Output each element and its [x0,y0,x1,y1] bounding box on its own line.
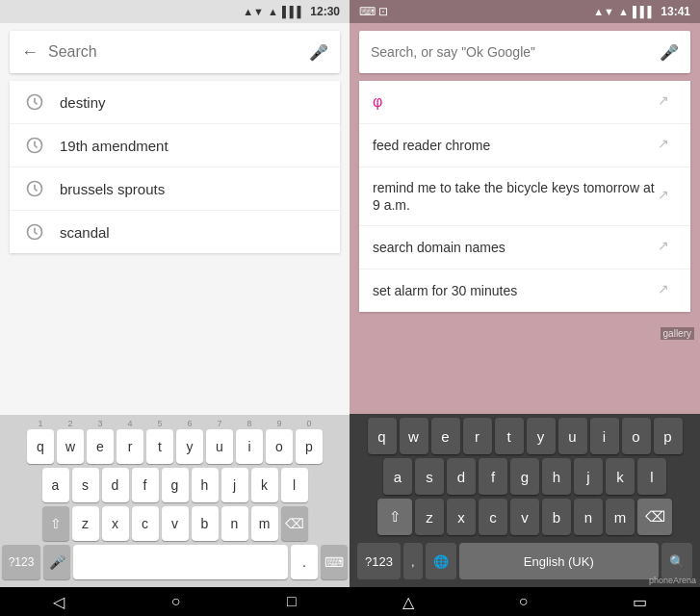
symbols-key-r[interactable]: ?123 [357,543,401,579]
suggestion-item[interactable]: scandal [10,211,340,253]
back-nav-button[interactable]: ◁ [53,593,65,611]
key-q[interactable]: q [27,429,54,464]
key-j[interactable]: j [221,468,248,502]
suggestion-item[interactable]: brussels sprouts [10,167,340,211]
key-r-o[interactable]: o [622,418,651,454]
key-t[interactable]: t [146,429,173,464]
key-o[interactable]: o [266,429,293,464]
google-mic-icon[interactable]: 🎤 [660,43,679,62]
key-r-d[interactable]: d [447,458,476,495]
key-r[interactable]: r [117,429,143,464]
key-c[interactable]: c [132,506,159,541]
space-key-r[interactable]: English (UK) [459,543,659,579]
num-hint: 4 [117,419,143,428]
keyboard-row-2: a s d f g h j k l [2,468,348,502]
key-l[interactable]: l [281,468,308,502]
signal-icon-right: ▲▼ [593,6,614,17]
key-r-a[interactable]: a [383,458,412,495]
comma-key-r[interactable]: , [403,543,423,579]
key-i[interactable]: i [236,429,263,464]
key-z[interactable]: z [72,506,99,541]
key-u[interactable]: u [206,429,233,464]
key-r-u[interactable]: u [558,418,587,454]
search-input-left[interactable] [48,43,309,61]
key-a[interactable]: a [42,468,69,502]
key-r-p[interactable]: p [654,418,683,454]
key-r-k[interactable]: k [606,458,635,495]
keyboard-switch-key[interactable]: ⌨ [321,545,348,579]
shift-key-r[interactable]: ⇧ [377,499,412,535]
suggestion-text: scandal [60,224,110,241]
key-r-x[interactable]: x [447,499,476,535]
google-search-bar[interactable]: 🎤 [359,31,690,73]
delete-key-r[interactable]: ⌫ [637,499,672,535]
result-text: remind me to take the bicycle keys tomor… [373,179,658,214]
key-r-r[interactable]: r [463,418,492,454]
key-r-f[interactable]: f [479,458,507,495]
key-k[interactable]: k [251,468,278,502]
key-r-l[interactable]: l [637,458,666,495]
mic-icon-left[interactable]: 🎤 [309,43,328,62]
result-item[interactable]: search domain names ↗ [359,226,690,270]
key-g[interactable]: g [162,468,189,502]
key-r-z[interactable]: z [415,499,444,535]
key-r-c[interactable]: c [479,499,507,535]
key-s[interactable]: s [72,468,99,502]
key-r-i[interactable]: i [590,418,619,454]
key-m[interactable]: m [251,506,278,541]
key-r-g[interactable]: g [510,458,539,495]
keyboard-row-1: q w e r t y u i o p [2,429,348,464]
search-bar-left[interactable]: ← 🎤 [10,31,340,73]
home-nav-button[interactable]: ○ [171,593,181,610]
key-f[interactable]: f [132,468,159,502]
key-r-m[interactable]: m [606,499,635,535]
globe-key-r[interactable]: 🌐 [426,543,456,579]
key-r-q[interactable]: q [368,418,397,454]
search-key-r[interactable]: 🔍 [661,543,692,579]
keyboard-row-r-2: a s d f g h j k l [351,458,698,495]
symbols-key[interactable]: ?123 [2,545,40,579]
arrow-icon: ↗ [658,136,677,155]
key-r-y[interactable]: y [527,418,556,454]
suggestion-text: destiny [60,94,106,111]
key-r-b[interactable]: b [542,499,571,535]
period-key[interactable]: . [291,545,318,579]
google-search-input[interactable] [371,44,660,60]
key-r-j[interactable]: j [574,458,603,495]
space-key[interactable] [73,545,288,579]
key-r-w[interactable]: w [400,418,428,454]
key-r-n[interactable]: n [574,499,603,535]
key-r-e[interactable]: e [431,418,460,454]
result-item[interactable]: φ ↗ [359,81,690,124]
recent-nav-button-r[interactable]: ▭ [633,593,647,611]
suggestion-item[interactable]: 19th amendment [10,124,340,167]
key-n[interactable]: n [221,506,248,541]
key-w[interactable]: w [57,429,84,464]
result-item[interactable]: feed reader chrome ↗ [359,124,690,167]
key-e[interactable]: e [87,429,114,464]
recent-nav-button[interactable]: □ [287,593,297,610]
back-button[interactable]: ← [21,42,39,63]
result-item[interactable]: remind me to take the bicycle keys tomor… [359,167,690,226]
key-p[interactable]: p [296,429,323,464]
key-y[interactable]: y [176,429,203,464]
delete-key[interactable]: ⌫ [281,506,308,541]
keyboard-icon-right: ⌨ ⊡ [359,5,388,18]
shift-key[interactable]: ⇧ [42,506,69,541]
home-nav-button-r[interactable]: ○ [519,593,529,610]
clock-icon [25,179,44,198]
key-b[interactable]: b [192,506,219,541]
key-r-h[interactable]: h [542,458,571,495]
key-r-t[interactable]: t [495,418,524,454]
battery-icon: ▌▌▌ [282,6,304,17]
key-v[interactable]: v [162,506,189,541]
key-r-s[interactable]: s [415,458,444,495]
back-nav-button-r[interactable]: △ [402,593,414,611]
key-x[interactable]: x [102,506,129,541]
suggestion-item[interactable]: destiny [10,81,340,124]
mic-key[interactable]: 🎤 [43,545,70,579]
key-h[interactable]: h [192,468,219,502]
result-item[interactable]: set alarm for 30 minutes ↗ [359,270,690,312]
key-r-v[interactable]: v [510,499,539,535]
key-d[interactable]: d [102,468,129,502]
